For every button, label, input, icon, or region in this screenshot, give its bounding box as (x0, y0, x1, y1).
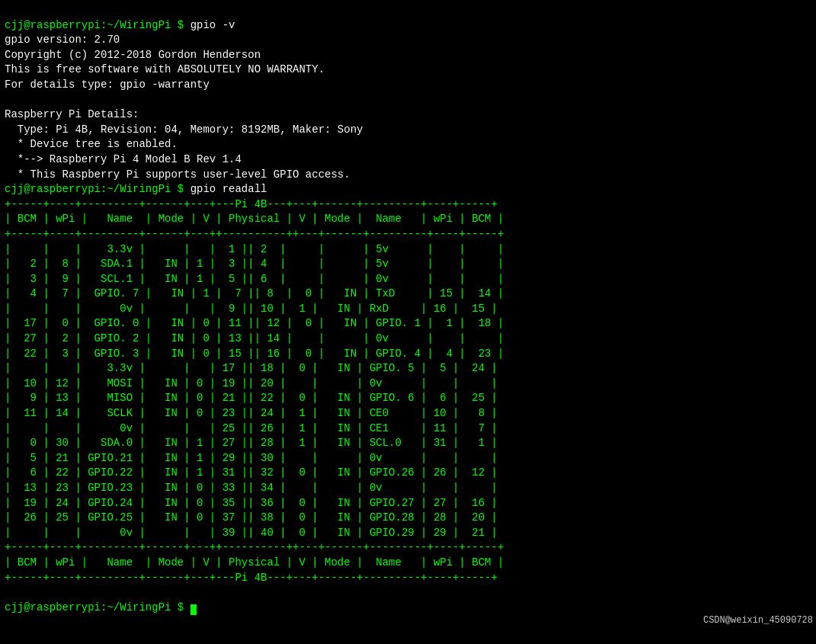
output-line6: Raspberry Pi Details: (5, 108, 139, 120)
output-line2: Copyright (c) 2012-2018 Gordon Henderson (5, 49, 261, 61)
cmd1: gpio -v (190, 19, 235, 31)
prompt3: cjj@raspberrypi:~/WiringPi $ (5, 601, 190, 614)
prompt2: cjj@raspberrypi:~/WiringPi $ (5, 183, 190, 195)
bottom-prompt-area: cjj@raspberrypi:~/WiringPi $ (5, 585, 811, 615)
cursor (190, 604, 197, 615)
cmd2: gpio readall (190, 183, 267, 195)
output-line8: * Device tree is enabled. (5, 138, 178, 150)
output-line7: Type: Pi 4B, Revision: 04, Memory: 8192M… (5, 123, 363, 136)
output-line10: * This Raspberry Pi supports user-level … (5, 168, 350, 181)
output-line4: For details type: gpio -warranty (5, 78, 210, 91)
output-line1: gpio version: 2.70 (5, 34, 120, 46)
output-line9: *--> Raspberry Pi 4 Model B Rev 1.4 (5, 153, 242, 165)
terminal: cjj@raspberrypi:~/WiringPi $ gpio -v gpi… (5, 3, 811, 197)
output-line3: This is free software with ABSOLUTELY NO… (5, 63, 325, 75)
table-output: +-----+----+---------+------+---+---Pi 4… (5, 197, 811, 585)
prompt1: cjj@raspberrypi:~/WiringPi $ (5, 19, 190, 31)
watermark: CSDN@weixin_45090728 (703, 614, 813, 627)
